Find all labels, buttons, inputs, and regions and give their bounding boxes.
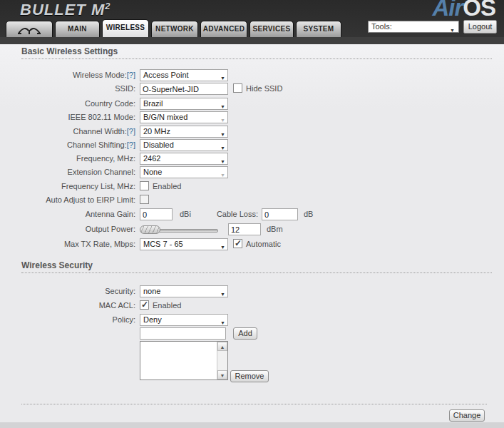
mac-acl-label: MAC ACL:	[0, 301, 135, 310]
security-label: Security:	[0, 287, 135, 295]
channel-width-select[interactable]: 20 MHz▼	[140, 126, 228, 138]
ieee-mode-label: IEEE 802.11 Mode:	[0, 113, 135, 121]
header: BULLET M2 AirOS MAIN WIRELESS NETWORK AD…	[0, 0, 504, 37]
row-eirp-limit: Auto Adjust to EIRP Limit:	[0, 194, 504, 207]
row-frequency: Frequency, MHz: 2462▼	[0, 153, 504, 165]
content-bottom-border	[0, 422, 504, 428]
row-channel-width: Channel Width:[?] 20 MHz▼	[0, 126, 504, 138]
output-power-unit: dBm	[267, 225, 283, 233]
row-ieee-mode: IEEE 802.11 Mode: B/G/N mixed▼	[0, 111, 504, 124]
max-tx-rate-label: Max TX Rate, Mbps:	[0, 240, 135, 248]
tab-system[interactable]: SYSTEM	[296, 21, 341, 37]
frequency-list-checkbox-label: Enabled	[153, 182, 181, 190]
row-security: Security: none▼	[0, 285, 504, 298]
tab-advanced[interactable]: ADVANCED	[200, 21, 247, 37]
chevron-down-icon: ▼	[220, 317, 225, 328]
row-channel-shifting: Channel Shifting:[?] Disabled▼	[0, 139, 504, 152]
channel-width-help-link[interactable]: [?]	[127, 127, 135, 136]
section-title-wireless-security: Wireless Security	[21, 260, 492, 273]
policy-select[interactable]: Deny▼	[140, 314, 228, 326]
chevron-down-icon: ▼	[450, 25, 455, 36]
chevron-down-icon: ▼	[220, 289, 225, 300]
wireless-mode-help-link[interactable]: [?]	[127, 71, 135, 79]
section-title-basic-wireless: Basic Wireless Settings	[21, 46, 492, 59]
extension-channel-label: Extension Channel:	[0, 168, 135, 176]
row-antenna-gain: Antenna Gain: dBi Cable Loss: dB	[0, 208, 504, 221]
row-country-code: Country Code: Brazil▼	[0, 98, 504, 111]
ubiquiti-antenna-icon	[17, 24, 41, 36]
wireless-mode-select[interactable]: Access Point▼	[140, 69, 228, 81]
channel-width-label: Channel Width:	[73, 127, 127, 136]
chevron-down-icon: ▼	[220, 170, 225, 180]
logout-button[interactable]: Logout	[463, 20, 497, 34]
content-top-border	[0, 37, 504, 44]
frequency-select[interactable]: 2462▼	[140, 153, 228, 165]
channel-shifting-help-link[interactable]: [?]	[127, 141, 135, 149]
automatic-checkbox-label: Automatic	[246, 240, 281, 248]
hide-ssid-label: Hide SSID	[246, 84, 282, 93]
row-extension-channel: Extension Channel: None▼	[0, 166, 504, 179]
tools-select[interactable]: Tools: ▼	[368, 21, 459, 33]
row-mac-acl: MAC ACL: Enabled	[0, 300, 504, 312]
antenna-gain-label: Antenna Gain:	[0, 210, 135, 218]
mac-acl-checkbox-label: Enabled	[153, 301, 181, 310]
output-power-input[interactable]	[228, 223, 261, 235]
mac-acl-listbox[interactable]: ▲ ▼	[140, 341, 228, 380]
device-logo-sup: 2	[105, 1, 110, 11]
country-code-select[interactable]: Brazil▼	[140, 98, 228, 110]
chevron-down-icon: ▼	[220, 129, 225, 140]
policy-label: Policy:	[0, 315, 135, 324]
cable-loss-input[interactable]	[262, 208, 298, 220]
chevron-down-icon: ▼	[220, 156, 225, 167]
tab-home[interactable]	[6, 21, 53, 37]
row-max-tx-rate: Max TX Rate, Mbps: MCS 7 - 65▼ Automatic	[0, 238, 504, 251]
output-power-slider-handle[interactable]	[140, 225, 160, 234]
wireless-settings-page: Basic Wireless Settings Wireless Mode:[?…	[0, 44, 504, 422]
automatic-checkbox[interactable]	[233, 239, 242, 248]
tab-wireless[interactable]: WIRELESS	[102, 19, 149, 37]
cable-loss-unit: dB	[304, 210, 313, 218]
change-button[interactable]: Change	[449, 409, 485, 422]
security-select[interactable]: none▼	[140, 285, 228, 297]
footer-divider	[21, 404, 487, 404]
eirp-limit-label: Auto Adjust to EIRP Limit:	[0, 195, 135, 204]
eirp-limit-checkbox	[140, 195, 149, 204]
country-code-label: Country Code:	[0, 99, 135, 108]
device-logo: BULLET M2	[20, 1, 110, 19]
max-tx-rate-select[interactable]: MCS 7 - 65▼	[140, 238, 228, 250]
row-policy: Policy: Deny▼	[0, 314, 504, 327]
chevron-down-icon: ▼	[220, 101, 225, 112]
channel-shifting-select[interactable]: Disabled▼	[140, 139, 228, 151]
frequency-label: Frequency, MHz:	[0, 154, 135, 163]
ieee-mode-select: B/G/N mixed▼	[140, 111, 228, 123]
tab-services[interactable]: SERVICES	[250, 21, 294, 37]
chevron-down-icon: ▼	[220, 143, 225, 153]
mac-acl-checkbox[interactable]	[140, 300, 149, 310]
cable-loss-label: Cable Loss:	[185, 210, 258, 218]
chevron-down-icon: ▼	[220, 73, 225, 83]
row-mac-add: Add	[0, 327, 504, 340]
scroll-down-icon[interactable]: ▼	[217, 370, 227, 379]
ssid-input[interactable]	[140, 83, 228, 95]
wireless-mode-label: Wireless Mode:	[73, 71, 127, 79]
remove-button[interactable]: Remove	[230, 370, 269, 382]
listbox-scrollbar[interactable]: ▲ ▼	[217, 342, 227, 379]
output-power-label: Output Power:	[0, 225, 135, 233]
frequency-list-checkbox[interactable]	[140, 181, 149, 190]
chevron-down-icon: ▼	[220, 115, 225, 126]
row-frequency-list: Frequency List, MHz: Enabled	[0, 180, 504, 193]
chevron-down-icon: ▼	[220, 242, 225, 253]
antenna-gain-input[interactable]	[140, 208, 173, 220]
add-button[interactable]: Add	[233, 327, 257, 340]
extension-channel-select: None▼	[140, 166, 228, 178]
row-ssid: SSID: Hide SSID	[0, 83, 504, 96]
mac-address-input[interactable]	[140, 327, 226, 340]
channel-shifting-label: Channel Shifting:	[67, 141, 127, 149]
ssid-label: SSID:	[0, 84, 135, 93]
hide-ssid-checkbox[interactable]	[233, 83, 242, 93]
tab-main[interactable]: MAIN	[55, 21, 100, 37]
scroll-up-icon[interactable]: ▲	[217, 342, 227, 351]
tab-network[interactable]: NETWORK	[151, 21, 198, 37]
row-wireless-mode: Wireless Mode:[?] Access Point▼	[0, 69, 504, 82]
frequency-list-label: Frequency List, MHz:	[0, 182, 135, 190]
